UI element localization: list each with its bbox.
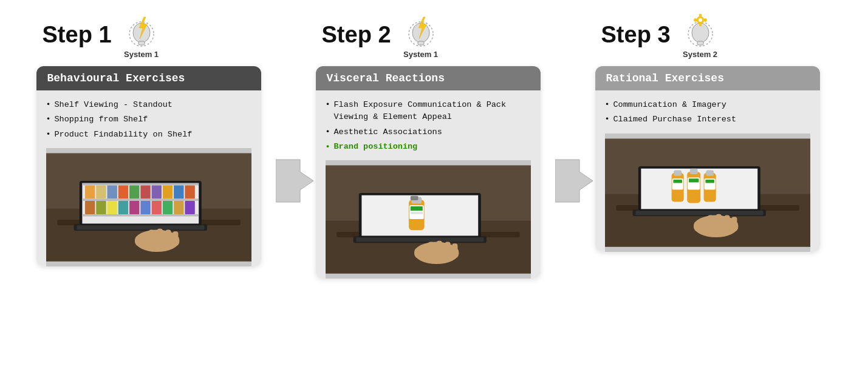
svg-rect-36 (149, 229, 154, 240)
svg-rect-100 (716, 214, 721, 226)
step-1-card-header: Behavioural Exercises (36, 66, 261, 90)
svg-rect-56 (410, 196, 418, 200)
arrow-1-wrap (273, 59, 316, 302)
step-2-card: Visceral Reactions Flash Exposure Commun… (316, 66, 541, 279)
svg-rect-10 (82, 183, 199, 186)
svg-rect-26 (118, 201, 128, 214)
step-1-laptop-svg (46, 148, 251, 266)
step-1-icon-wrap: System 1 (123, 11, 160, 59)
step-3-card-header: Rational Exercises (595, 66, 820, 90)
svg-rect-15 (107, 185, 117, 198)
step-1-bullet-2: Product Findability on Shelf (46, 127, 251, 142)
step-3-card: Rational Exercises Communication & Image… (595, 66, 820, 252)
step-2-header: Step 2 System 1 (316, 11, 440, 59)
svg-rect-25 (107, 201, 117, 214)
step-3-bullet-0: Communication & Imagery (605, 98, 810, 112)
svg-rect-60 (428, 242, 434, 252)
svg-rect-14 (96, 185, 106, 198)
step-2-icon-wrap: System 1 (402, 11, 440, 59)
main-page: Step 1 System 1 Behavioural Exercises (0, 0, 868, 389)
svg-rect-54 (410, 206, 422, 211)
step-2-bullet-list: Flash Exposure Communication & Pack View… (326, 98, 531, 154)
step-1-bullet-1: Shopping from Shelf (46, 112, 251, 127)
svg-rect-62 (445, 242, 450, 252)
svg-rect-32 (185, 201, 194, 214)
svg-rect-17 (129, 185, 139, 198)
step-1-image (46, 148, 251, 266)
step-2-card-body: Flash Exposure Communication & Pack View… (316, 90, 541, 279)
step-3-bullet-1: Claimed Purchase Interest (605, 112, 810, 127)
step-2-label: Step 2 (322, 22, 391, 48)
svg-rect-27 (129, 201, 139, 214)
svg-rect-16 (118, 185, 128, 198)
svg-rect-102 (731, 217, 737, 226)
svg-rect-12 (82, 214, 199, 217)
step-3-icon-wrap: System 2 (682, 11, 719, 59)
system1-lightning-icon-2 (402, 11, 440, 49)
step-3-system-label: System 2 (683, 50, 717, 59)
system1-lightning-icon (123, 11, 160, 49)
svg-rect-93 (706, 170, 714, 175)
step-3-image (605, 134, 810, 252)
svg-point-69 (699, 18, 702, 22)
step-1-card-body: Shelf Viewing - Standout Shopping from S… (36, 90, 261, 266)
svg-rect-91 (688, 178, 698, 182)
step-1-label: Step 1 (43, 22, 112, 48)
svg-rect-85 (674, 170, 682, 175)
step-3-laptop-svg (605, 134, 810, 252)
svg-rect-37 (157, 228, 162, 240)
step-2-system-label: System 1 (403, 50, 438, 59)
step-2-bullet-1: Aesthetic Associations (326, 125, 531, 140)
arrow-1-icon (276, 157, 313, 205)
svg-rect-22 (185, 185, 194, 198)
step-3-container: Step 3 (595, 11, 832, 252)
svg-rect-101 (724, 215, 730, 226)
arrow-2-icon (555, 157, 593, 205)
svg-rect-87 (673, 180, 682, 183)
svg-rect-19 (151, 185, 161, 198)
step-1-card: Behavioural Exercises Shelf Viewing - St… (36, 66, 261, 266)
step-1-container: Step 1 System 1 Behavioural Exercises (36, 11, 273, 266)
step-2-bullet-0: Flash Exposure Communication & Pack View… (326, 98, 531, 125)
svg-rect-67 (697, 41, 703, 45)
svg-rect-23 (84, 201, 94, 214)
arrow-2-wrap (553, 59, 595, 302)
svg-rect-95 (705, 180, 714, 183)
svg-rect-13 (84, 185, 94, 198)
step-1-system-label: System 1 (124, 50, 159, 59)
step-1-header: Step 1 System 1 (36, 11, 160, 59)
svg-rect-55 (410, 212, 422, 214)
svg-rect-38 (165, 229, 171, 240)
step-2-container: Step 2 System 1 Visceral Reactions Flash… (316, 11, 553, 279)
step-2-laptop-svg (326, 160, 531, 279)
svg-rect-18 (140, 185, 150, 198)
svg-rect-43 (418, 41, 424, 45)
svg-rect-39 (173, 231, 178, 241)
svg-rect-24 (96, 201, 106, 214)
step-3-card-body: Communication & Imagery Claimed Purchase… (595, 90, 820, 252)
svg-rect-63 (452, 243, 457, 253)
step-1-bullet-0: Shelf Viewing - Standout (46, 98, 251, 112)
step-2-image (326, 160, 531, 279)
step-3-label: Step 3 (601, 22, 671, 48)
step-2-card-header: Visceral Reactions (316, 66, 541, 90)
svg-rect-57 (356, 237, 484, 242)
svg-rect-28 (140, 201, 150, 214)
svg-marker-40 (276, 160, 313, 202)
svg-rect-33 (77, 225, 204, 229)
svg-rect-71 (699, 23, 702, 26)
svg-rect-20 (162, 185, 172, 198)
svg-rect-29 (151, 201, 161, 214)
svg-rect-99 (708, 215, 713, 226)
system2-gear-icon (682, 11, 719, 49)
svg-rect-61 (436, 241, 442, 253)
svg-rect-30 (162, 201, 172, 214)
svg-rect-2 (138, 41, 145, 45)
svg-rect-89 (689, 168, 697, 174)
step-3-bullet-list: Communication & Imagery Claimed Purchase… (605, 98, 810, 127)
svg-marker-64 (555, 160, 593, 202)
svg-rect-70 (699, 14, 702, 17)
svg-rect-96 (635, 211, 763, 215)
step-2-bullet-2: Brand positioning (326, 140, 531, 154)
svg-rect-31 (174, 201, 183, 214)
